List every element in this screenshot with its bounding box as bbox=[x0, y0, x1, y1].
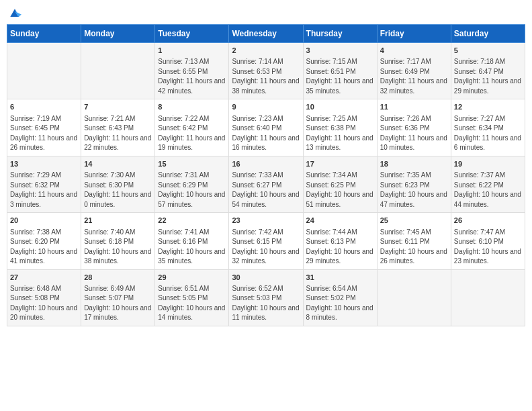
day-number: 31 bbox=[306, 273, 374, 283]
day-number: 9 bbox=[232, 102, 300, 112]
day-number: 10 bbox=[306, 102, 374, 112]
day-info: Sunrise: 6:48 AMSunset: 5:08 PMDaylight:… bbox=[10, 284, 78, 323]
calendar-cell: 19Sunrise: 7:37 AMSunset: 6:22 PMDayligh… bbox=[451, 156, 525, 212]
calendar-cell: 16Sunrise: 7:33 AMSunset: 6:27 PMDayligh… bbox=[229, 156, 303, 212]
day-info: Sunrise: 7:41 AMSunset: 6:16 PMDaylight:… bbox=[158, 228, 226, 267]
logo bbox=[7, 7, 21, 19]
day-info: Sunrise: 7:21 AMSunset: 6:43 PMDaylight:… bbox=[84, 114, 152, 153]
day-info: Sunrise: 7:47 AMSunset: 6:10 PMDaylight:… bbox=[454, 228, 522, 267]
day-info: Sunrise: 7:35 AMSunset: 6:23 PMDaylight:… bbox=[380, 171, 448, 210]
calendar-cell: 20Sunrise: 7:38 AMSunset: 6:20 PMDayligh… bbox=[7, 213, 81, 269]
logo-icon bbox=[8, 7, 21, 20]
day-header-thursday: Thursday bbox=[303, 25, 377, 43]
day-number: 23 bbox=[232, 216, 300, 226]
day-info: Sunrise: 7:14 AMSunset: 6:53 PMDaylight:… bbox=[232, 57, 300, 96]
day-info: Sunrise: 7:37 AMSunset: 6:22 PMDaylight:… bbox=[454, 171, 522, 210]
calendar-cell: 5Sunrise: 7:18 AMSunset: 6:47 PMDaylight… bbox=[451, 43, 525, 99]
calendar-cell: 15Sunrise: 7:31 AMSunset: 6:29 PMDayligh… bbox=[155, 156, 229, 212]
calendar-cell: 7Sunrise: 7:21 AMSunset: 6:43 PMDaylight… bbox=[81, 99, 155, 156]
week-row-1: 1Sunrise: 7:13 AMSunset: 6:55 PMDaylight… bbox=[7, 43, 525, 99]
day-number: 16 bbox=[232, 159, 300, 169]
day-info: Sunrise: 6:52 AMSunset: 5:03 PMDaylight:… bbox=[232, 284, 300, 323]
calendar-cell: 9Sunrise: 7:23 AMSunset: 6:40 PMDaylight… bbox=[229, 99, 303, 156]
day-header-sunday: Sunday bbox=[7, 25, 81, 43]
day-number: 15 bbox=[158, 159, 226, 169]
calendar-cell bbox=[377, 269, 451, 326]
week-row-2: 6Sunrise: 7:19 AMSunset: 6:45 PMDaylight… bbox=[7, 99, 525, 156]
calendar-cell: 24Sunrise: 7:44 AMSunset: 6:13 PMDayligh… bbox=[303, 213, 377, 269]
calendar-cell: 22Sunrise: 7:41 AMSunset: 6:16 PMDayligh… bbox=[155, 213, 229, 269]
calendar-cell: 17Sunrise: 7:34 AMSunset: 6:25 PMDayligh… bbox=[303, 156, 377, 212]
day-header-wednesday: Wednesday bbox=[229, 25, 303, 43]
day-number: 2 bbox=[232, 46, 300, 56]
day-info: Sunrise: 7:31 AMSunset: 6:29 PMDaylight:… bbox=[158, 171, 226, 210]
day-info: Sunrise: 6:49 AMSunset: 5:07 PMDaylight:… bbox=[84, 284, 152, 323]
week-row-4: 20Sunrise: 7:38 AMSunset: 6:20 PMDayligh… bbox=[7, 213, 525, 269]
day-info: Sunrise: 7:42 AMSunset: 6:15 PMDaylight:… bbox=[232, 228, 300, 267]
day-info: Sunrise: 7:45 AMSunset: 6:11 PMDaylight:… bbox=[380, 228, 448, 267]
day-number: 11 bbox=[380, 102, 448, 112]
calendar-cell: 18Sunrise: 7:35 AMSunset: 6:23 PMDayligh… bbox=[377, 156, 451, 212]
calendar-cell: 26Sunrise: 7:47 AMSunset: 6:10 PMDayligh… bbox=[451, 213, 525, 269]
calendar-cell: 30Sunrise: 6:52 AMSunset: 5:03 PMDayligh… bbox=[229, 269, 303, 326]
day-info: Sunrise: 7:17 AMSunset: 6:49 PMDaylight:… bbox=[380, 57, 448, 96]
day-header-tuesday: Tuesday bbox=[155, 25, 229, 43]
day-number: 8 bbox=[158, 102, 226, 112]
day-number: 7 bbox=[84, 102, 152, 112]
day-number: 27 bbox=[10, 273, 78, 283]
day-number: 5 bbox=[454, 46, 522, 56]
week-row-5: 27Sunrise: 6:48 AMSunset: 5:08 PMDayligh… bbox=[7, 269, 525, 326]
day-info: Sunrise: 7:34 AMSunset: 6:25 PMDaylight:… bbox=[306, 171, 374, 210]
day-info: Sunrise: 7:27 AMSunset: 6:34 PMDaylight:… bbox=[454, 114, 522, 153]
day-info: Sunrise: 7:33 AMSunset: 6:27 PMDaylight:… bbox=[232, 171, 300, 210]
day-info: Sunrise: 7:25 AMSunset: 6:38 PMDaylight:… bbox=[306, 114, 374, 153]
day-number: 4 bbox=[380, 46, 448, 56]
calendar-cell: 12Sunrise: 7:27 AMSunset: 6:34 PMDayligh… bbox=[451, 99, 525, 156]
calendar-cell: 10Sunrise: 7:25 AMSunset: 6:38 PMDayligh… bbox=[303, 99, 377, 156]
calendar-cell: 28Sunrise: 6:49 AMSunset: 5:07 PMDayligh… bbox=[81, 269, 155, 326]
calendar-cell bbox=[451, 269, 525, 326]
day-number: 21 bbox=[84, 216, 152, 226]
day-header-saturday: Saturday bbox=[451, 25, 525, 43]
calendar-cell: 2Sunrise: 7:14 AMSunset: 6:53 PMDaylight… bbox=[229, 43, 303, 99]
day-number: 13 bbox=[10, 159, 78, 169]
day-number: 29 bbox=[158, 273, 226, 283]
calendar-cell: 23Sunrise: 7:42 AMSunset: 6:15 PMDayligh… bbox=[229, 213, 303, 269]
day-info: Sunrise: 7:13 AMSunset: 6:55 PMDaylight:… bbox=[158, 57, 226, 96]
day-number: 3 bbox=[306, 46, 374, 56]
day-info: Sunrise: 7:38 AMSunset: 6:20 PMDaylight:… bbox=[10, 228, 78, 267]
day-info: Sunrise: 7:30 AMSunset: 6:30 PMDaylight:… bbox=[84, 171, 152, 210]
calendar-cell: 8Sunrise: 7:22 AMSunset: 6:42 PMDaylight… bbox=[155, 99, 229, 156]
page-header bbox=[7, 7, 525, 19]
calendar-cell: 13Sunrise: 7:29 AMSunset: 6:32 PMDayligh… bbox=[7, 156, 81, 212]
day-info: Sunrise: 7:44 AMSunset: 6:13 PMDaylight:… bbox=[306, 228, 374, 267]
day-number: 25 bbox=[380, 216, 448, 226]
week-row-3: 13Sunrise: 7:29 AMSunset: 6:32 PMDayligh… bbox=[7, 156, 525, 212]
calendar-header-row: SundayMondayTuesdayWednesdayThursdayFrid… bbox=[7, 25, 525, 43]
day-info: Sunrise: 7:18 AMSunset: 6:47 PMDaylight:… bbox=[454, 57, 522, 96]
day-number: 20 bbox=[10, 216, 78, 226]
day-number: 24 bbox=[306, 216, 374, 226]
calendar-cell: 4Sunrise: 7:17 AMSunset: 6:49 PMDaylight… bbox=[377, 43, 451, 99]
day-number: 28 bbox=[84, 273, 152, 283]
day-info: Sunrise: 7:29 AMSunset: 6:32 PMDaylight:… bbox=[10, 171, 78, 210]
day-number: 26 bbox=[454, 216, 522, 226]
day-number: 1 bbox=[158, 46, 226, 56]
calendar-cell: 29Sunrise: 6:51 AMSunset: 5:05 PMDayligh… bbox=[155, 269, 229, 326]
day-info: Sunrise: 7:15 AMSunset: 6:51 PMDaylight:… bbox=[306, 57, 374, 96]
day-header-monday: Monday bbox=[81, 25, 155, 43]
calendar-cell: 27Sunrise: 6:48 AMSunset: 5:08 PMDayligh… bbox=[7, 269, 81, 326]
day-number: 17 bbox=[306, 159, 374, 169]
day-number: 14 bbox=[84, 159, 152, 169]
day-info: Sunrise: 6:54 AMSunset: 5:02 PMDaylight:… bbox=[306, 284, 374, 323]
calendar-cell: 14Sunrise: 7:30 AMSunset: 6:30 PMDayligh… bbox=[81, 156, 155, 212]
calendar-cell bbox=[7, 43, 81, 99]
day-info: Sunrise: 7:26 AMSunset: 6:36 PMDaylight:… bbox=[380, 114, 448, 153]
calendar-cell bbox=[81, 43, 155, 99]
calendar-cell: 1Sunrise: 7:13 AMSunset: 6:55 PMDaylight… bbox=[155, 43, 229, 99]
day-header-friday: Friday bbox=[377, 25, 451, 43]
day-number: 6 bbox=[10, 102, 78, 112]
calendar-cell: 31Sunrise: 6:54 AMSunset: 5:02 PMDayligh… bbox=[303, 269, 377, 326]
day-number: 30 bbox=[232, 273, 300, 283]
calendar-cell: 6Sunrise: 7:19 AMSunset: 6:45 PMDaylight… bbox=[7, 99, 81, 156]
